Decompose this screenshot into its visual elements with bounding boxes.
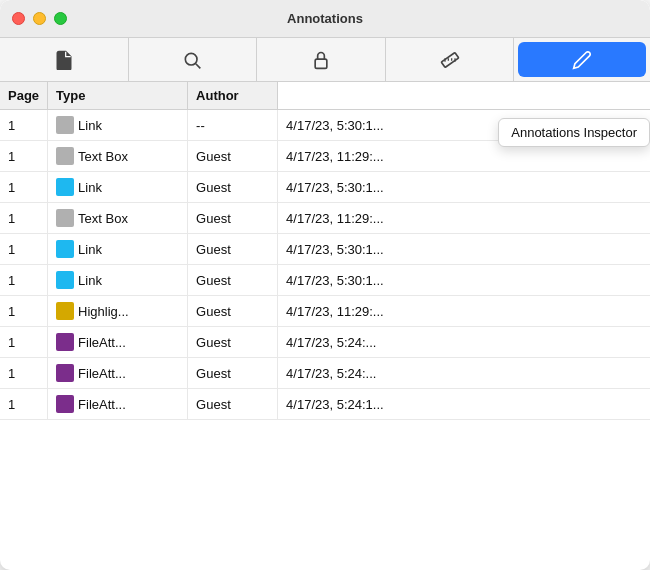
cell-type: FileAtt... bbox=[48, 389, 188, 420]
cell-page: 1 bbox=[0, 110, 48, 141]
type-color-swatch bbox=[56, 271, 74, 289]
cell-page: 1 bbox=[0, 327, 48, 358]
pencil-icon bbox=[572, 50, 592, 70]
cell-date: 4/17/23, 11:29:... bbox=[278, 203, 650, 234]
cell-date: 4/17/23, 5:30:1... bbox=[278, 234, 650, 265]
cell-author: Guest bbox=[188, 172, 278, 203]
type-label: FileAtt... bbox=[78, 335, 126, 350]
type-color-swatch bbox=[56, 364, 74, 382]
col-author: Author bbox=[188, 82, 278, 110]
table-header-row: Page Type Author Date bbox=[0, 82, 650, 110]
svg-rect-2 bbox=[315, 59, 327, 68]
window-title: Annotations bbox=[287, 11, 363, 26]
ruler-icon bbox=[440, 50, 460, 70]
cell-author: Guest bbox=[188, 358, 278, 389]
cell-author: Guest bbox=[188, 327, 278, 358]
cell-date: 4/17/23, 5:24:1... bbox=[278, 389, 650, 420]
svg-point-0 bbox=[186, 53, 198, 65]
type-color-swatch bbox=[56, 178, 74, 196]
type-label: Text Box bbox=[78, 211, 128, 226]
table-row[interactable]: 1LinkGuest4/17/23, 5:30:1... bbox=[0, 234, 650, 265]
annotations-inspector-tooltip: Annotations Inspector bbox=[498, 118, 650, 147]
cell-type: FileAtt... bbox=[48, 358, 188, 389]
table-row[interactable]: 1FileAtt...Guest4/17/23, 5:24:1... bbox=[0, 389, 650, 420]
cell-type: Link bbox=[48, 234, 188, 265]
type-label: FileAtt... bbox=[78, 366, 126, 381]
file-button[interactable] bbox=[0, 38, 129, 81]
cell-author: Guest bbox=[188, 234, 278, 265]
table-row[interactable]: 1LinkGuest4/17/23, 5:30:1... bbox=[0, 172, 650, 203]
cell-author: Guest bbox=[188, 203, 278, 234]
cell-author: -- bbox=[188, 110, 278, 141]
cell-author: Guest bbox=[188, 265, 278, 296]
lock-button[interactable] bbox=[257, 38, 386, 81]
cell-type: FileAtt... bbox=[48, 327, 188, 358]
lock-icon bbox=[311, 50, 331, 70]
svg-line-1 bbox=[196, 63, 201, 68]
search-button[interactable] bbox=[129, 38, 258, 81]
close-button[interactable] bbox=[12, 12, 25, 25]
cell-page: 1 bbox=[0, 141, 48, 172]
table-row[interactable]: 1Highlig...Guest4/17/23, 11:29:... bbox=[0, 296, 650, 327]
type-color-swatch bbox=[56, 116, 74, 134]
cell-page: 1 bbox=[0, 265, 48, 296]
cell-type: Text Box bbox=[48, 203, 188, 234]
type-label: Link bbox=[78, 118, 102, 133]
type-label: FileAtt... bbox=[78, 397, 126, 412]
cell-page: 1 bbox=[0, 358, 48, 389]
ruler-button[interactable] bbox=[386, 38, 515, 81]
type-color-swatch bbox=[56, 302, 74, 320]
cell-page: 1 bbox=[0, 234, 48, 265]
cell-type: Link bbox=[48, 172, 188, 203]
cell-author: Guest bbox=[188, 141, 278, 172]
cell-author: Guest bbox=[188, 389, 278, 420]
type-label: Link bbox=[78, 180, 102, 195]
cell-page: 1 bbox=[0, 296, 48, 327]
cell-date: 4/17/23, 5:30:1... bbox=[278, 172, 650, 203]
cell-page: 1 bbox=[0, 389, 48, 420]
search-icon bbox=[182, 50, 202, 70]
title-bar: Annotations bbox=[0, 0, 650, 38]
cell-type: Link bbox=[48, 265, 188, 296]
type-color-swatch bbox=[56, 147, 74, 165]
traffic-lights bbox=[12, 12, 67, 25]
svg-rect-3 bbox=[441, 52, 458, 67]
table-row[interactable]: 1LinkGuest4/17/23, 5:30:1... bbox=[0, 265, 650, 296]
type-label: Highlig... bbox=[78, 304, 129, 319]
table-row[interactable]: 1Text BoxGuest4/17/23, 11:29:... bbox=[0, 203, 650, 234]
toolbar bbox=[0, 38, 650, 82]
cell-page: 1 bbox=[0, 172, 48, 203]
type-color-swatch bbox=[56, 395, 74, 413]
cell-type: Link bbox=[48, 110, 188, 141]
col-page: Page bbox=[0, 82, 48, 110]
cell-date: 4/17/23, 11:29:... bbox=[278, 296, 650, 327]
table-row[interactable]: 1FileAtt...Guest4/17/23, 5:24:... bbox=[0, 327, 650, 358]
table-row[interactable]: 1FileAtt...Guest4/17/23, 5:24:... bbox=[0, 358, 650, 389]
cell-page: 1 bbox=[0, 203, 48, 234]
table-container: Page Type Author Date 1Link--4/17/23, 5:… bbox=[0, 82, 650, 570]
cell-author: Guest bbox=[188, 296, 278, 327]
file-icon bbox=[54, 50, 74, 70]
cell-date: 4/17/23, 5:30:1... bbox=[278, 265, 650, 296]
pencil-button[interactable] bbox=[518, 42, 646, 77]
type-color-swatch bbox=[56, 333, 74, 351]
col-type: Type bbox=[48, 82, 188, 110]
cell-type: Highlig... bbox=[48, 296, 188, 327]
maximize-button[interactable] bbox=[54, 12, 67, 25]
cell-type: Text Box bbox=[48, 141, 188, 172]
type-label: Text Box bbox=[78, 149, 128, 164]
type-color-swatch bbox=[56, 209, 74, 227]
type-label: Link bbox=[78, 242, 102, 257]
type-label: Link bbox=[78, 273, 102, 288]
cell-date: 4/17/23, 5:24:... bbox=[278, 327, 650, 358]
type-color-swatch bbox=[56, 240, 74, 258]
cell-date: 4/17/23, 5:24:... bbox=[278, 358, 650, 389]
minimize-button[interactable] bbox=[33, 12, 46, 25]
